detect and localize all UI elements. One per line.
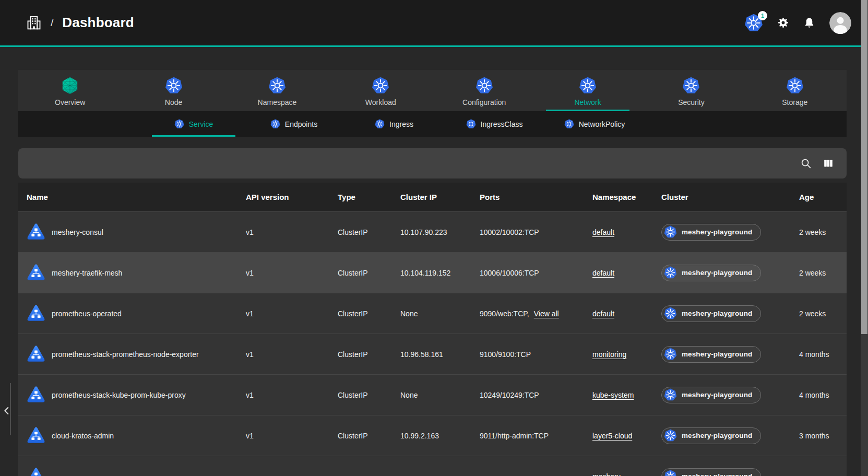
view-columns-icon[interactable] [823, 158, 834, 169]
bell-icon[interactable] [803, 17, 815, 29]
kubernetes-icon [682, 77, 700, 94]
tab-namespace[interactable]: Namespace [225, 70, 329, 111]
resource-tabs: Overview Node Namespace Workload Configu… [18, 70, 847, 111]
tab-storage[interactable]: Storage [743, 70, 847, 111]
building-icon[interactable] [26, 14, 42, 31]
subtab-ingressclass[interactable]: IngressClass [444, 111, 544, 137]
tab-node[interactable]: Node [122, 70, 225, 111]
cluster-ip: 10.107.90.223 [400, 228, 480, 236]
col-header-age: Age [799, 193, 838, 201]
tab-security[interactable]: Security [639, 70, 743, 111]
ports: 9090/web:TCP, [480, 310, 529, 318]
kubernetes-icon [579, 77, 597, 94]
api-version: v1 [246, 228, 338, 236]
kubernetes-context-button[interactable]: 1 [744, 14, 763, 32]
network-subtabs: Service Endpoints Ingress IngressClass N… [18, 111, 847, 137]
service-name: prometheus-operated [52, 310, 122, 318]
cluster-ip: 10.104.119.152 [400, 269, 480, 277]
cluster-chip[interactable]: meshery-playground [661, 224, 761, 241]
service-icon [27, 425, 45, 446]
namespace-link[interactable]: default [592, 310, 614, 318]
table-row[interactable]: meshery-traefik-mesh v1 ClusterIP 10.104… [18, 252, 847, 293]
kubernetes-icon [475, 77, 493, 94]
meshery-icon [61, 77, 79, 94]
cluster-ip: None [400, 391, 480, 399]
tab-overview[interactable]: Overview [18, 70, 122, 111]
tab-workload[interactable]: Workload [329, 70, 432, 111]
namespace-link[interactable]: monitoring [592, 350, 626, 359]
collapse-drawer-chevron-icon[interactable] [1, 403, 13, 419]
user-avatar[interactable] [829, 12, 851, 34]
table-row[interactable]: prometheus-operated v1 ClusterIP None 90… [18, 293, 847, 334]
ports: 10249/10249:TCP [480, 391, 539, 399]
cluster-chip[interactable]: meshery-playground [661, 265, 761, 281]
service-icon [27, 385, 45, 406]
kubernetes-icon [664, 307, 677, 320]
kubernetes-icon [564, 119, 574, 129]
service-icon [27, 222, 45, 243]
search-icon[interactable] [800, 158, 812, 169]
namespace-link[interactable]: kube-system [592, 391, 634, 399]
service-type: ClusterIP [338, 391, 400, 399]
service-icon [27, 344, 45, 365]
table-row[interactable]: meshery meshery-playground [18, 456, 847, 476]
kubernetes-icon [268, 77, 286, 94]
service-name: meshery-traefik-mesh [52, 269, 122, 277]
namespace-link[interactable]: default [592, 228, 614, 236]
namespace-link[interactable]: default [592, 269, 614, 277]
tab-network[interactable]: Network [536, 70, 639, 111]
main-content: Overview Node Namespace Workload Configu… [18, 70, 847, 476]
table-row[interactable]: prometheus-stack-kube-prom-kube-proxy v1… [18, 374, 847, 415]
cluster-ip: 10.99.2.163 [400, 432, 480, 440]
ports: 9011/http-admin:TCP [480, 432, 549, 440]
subtab-endpoints[interactable]: Endpoints [244, 111, 344, 137]
namespace-link[interactable]: layer5-cloud [592, 432, 632, 440]
age: 3 months [799, 432, 838, 440]
kubernetes-icon [664, 470, 677, 476]
age: 4 months [799, 391, 838, 399]
col-header-ports: Ports [480, 193, 592, 201]
table-row[interactable]: prometheus-stack-prometheus-node-exporte… [18, 334, 847, 374]
kubernetes-icon [664, 388, 677, 401]
age: 2 weeks [799, 310, 838, 318]
service-icon [27, 263, 45, 283]
col-header-api-version: API version [246, 193, 338, 201]
kubernetes-icon [270, 119, 280, 129]
namespace-link[interactable]: meshery [592, 472, 621, 476]
ports: 10002/10002:TCP [480, 228, 539, 236]
kubernetes-icon [375, 119, 385, 129]
cluster-chip[interactable]: meshery-playground [661, 305, 761, 322]
col-header-name: Name [27, 193, 246, 201]
api-version: v1 [246, 310, 338, 318]
subtab-ingress[interactable]: Ingress [344, 111, 444, 137]
view-all-ports-link[interactable]: View all [534, 310, 559, 318]
table-row[interactable]: cloud-kratos-admin v1 ClusterIP 10.99.2.… [18, 415, 847, 456]
kubernetes-icon [664, 225, 677, 239]
col-header-cluster: Cluster [661, 193, 799, 201]
kubernetes-icon [466, 119, 476, 129]
gear-icon[interactable] [777, 17, 789, 29]
kubernetes-icon [664, 266, 677, 279]
service-type: ClusterIP [338, 310, 400, 318]
api-version: v1 [246, 432, 338, 440]
cluster-chip[interactable]: meshery-playground [661, 427, 761, 444]
col-header-cluster-ip: Cluster IP [400, 193, 480, 201]
ports: 9100/9100:TCP [480, 350, 531, 359]
cluster-ip: 10.96.58.161 [400, 350, 480, 359]
subtab-service[interactable]: Service [144, 111, 244, 137]
services-table: Name API version Type Cluster IP Ports N… [18, 183, 847, 476]
cluster-chip[interactable]: meshery-playground [661, 346, 761, 363]
cluster-chip[interactable]: meshery-playground [661, 468, 761, 476]
tab-configuration[interactable]: Configuration [433, 70, 536, 111]
cluster-chip[interactable]: meshery-playground [661, 387, 761, 403]
service-type: ClusterIP [338, 350, 400, 359]
vertical-scrollbar[interactable] [861, 0, 868, 476]
service-icon [27, 303, 45, 324]
scrollbar-thumb[interactable] [861, 0, 867, 334]
api-version: v1 [246, 350, 338, 359]
subtab-networkpolicy[interactable]: NetworkPolicy [544, 111, 645, 137]
service-name: prometheus-stack-prometheus-node-exporte… [52, 350, 199, 359]
service-name: meshery-consul [52, 228, 103, 236]
kubernetes-icon [786, 77, 804, 94]
table-row[interactable]: meshery-consul v1 ClusterIP 10.107.90.22… [18, 211, 847, 252]
